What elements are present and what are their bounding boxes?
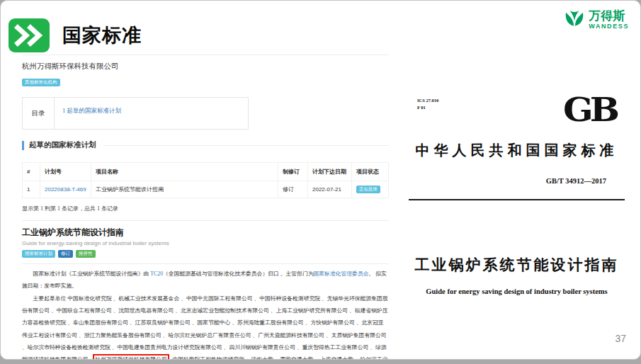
tag-recommended: 推荐性 (76, 250, 96, 258)
cell-revision: 修订 (278, 181, 308, 198)
slide: 国家标准 万得斯 WANDESS 杭州万得斯环保科技有限公司 其他标准化机构 目… (0, 0, 641, 360)
standard-description: 国家标准计划《工业锅炉系统节能设计指南》由 TC20（全国能源基础与管理标准化技… (22, 268, 389, 360)
standard-number: GB/T 34912—2017 (546, 177, 606, 185)
standard-detail-header: 工业锅炉系统节能设计指南 Guide for energy-saving des… (22, 227, 389, 264)
col-plan-no: 计划号 (40, 163, 91, 181)
standard-subtitle-en: Guide for energy-saving design of indust… (22, 240, 389, 246)
brand-logo: 万得斯 WANDESS (564, 8, 629, 32)
cover-doc-title: 工业锅炉系统节能设计指南 (399, 255, 635, 275)
tc20-link[interactable]: TC20 (150, 271, 163, 277)
plan-number-link[interactable]: 20220838-T-469 (45, 186, 86, 193)
toc-link[interactable]: 1 起草的国家标准计划 (62, 107, 121, 114)
col-revision: 制修订 (278, 163, 308, 181)
status-badge: 正在批准 (356, 186, 380, 193)
section-accent-bar (22, 141, 24, 150)
cover-title: 中华人民共和国国家标准 (399, 141, 635, 160)
section-title: 起草的国家标准计划 (29, 140, 96, 150)
gb-logo: GB (563, 90, 616, 129)
slide-page-number: 37 (615, 333, 626, 344)
sac-link[interactable]: 国家标准化管理委员会 (314, 271, 369, 277)
ics-code: ICS 27.010 F 01 (417, 97, 438, 111)
toc-box: 目录 1 起草的国家标准计划 (22, 97, 249, 130)
tag-national-plan: 国家标准计划 (22, 250, 55, 258)
cell-index: 1 (23, 181, 40, 198)
section-heading: 起草的国家标准计划 (22, 140, 389, 150)
wandess-leaf-icon (564, 8, 585, 32)
col-date: 计划下达日期 (308, 163, 352, 181)
col-project-name: 项目名称 (91, 163, 278, 181)
col-index: # (23, 163, 40, 181)
standard-tags: 国家标准计划 修订 推荐性 (22, 250, 389, 258)
paragraph-overview: 国家标准计划《工业锅炉系统节能设计指南》由 TC20（全国能源基础与管理标准化技… (22, 268, 389, 292)
highlight-company-redbox: 杭州万得斯环保科技有限公司 (95, 356, 166, 360)
section-rule (103, 145, 390, 146)
cover-doc-subtitle-en: Guide for energy saving design of indust… (399, 288, 635, 295)
table-header-row: # 计划号 项目名称 制修订 计划下达日期 项目状态 (23, 163, 389, 181)
cell-date: 2022-07-21 (308, 181, 352, 198)
col-status: 项目状态 (352, 163, 389, 181)
plans-table: # 计划号 项目名称 制修订 计划下达日期 项目状态 1 20220838-T-… (22, 162, 389, 198)
pagination-summary: 显示第 1 到第 1 条记录，总共 1 条记录 (22, 205, 389, 221)
company-name: 杭州万得斯环保科技有限公司 (22, 62, 389, 72)
cell-project-name: 工业锅炉系统节能设计指南 (91, 181, 278, 198)
toc-label: 目录 (23, 98, 55, 129)
brand-name-cn: 万得斯 (589, 10, 629, 22)
brand-name-en: WANDESS (589, 23, 629, 30)
standard-title: 工业锅炉系统节能设计指南 (22, 227, 389, 239)
paragraph-drafting-units: 主要起草单位 中国标准化研究院 、机械工业技术发展基金会 、中国中元国际工程有限… (22, 292, 389, 360)
gb-standard-cover: ICS 27.010 F 01 GB 中华人民共和国国家标准 GB/T 3491… (399, 80, 635, 358)
cover-divider (409, 199, 625, 200)
double-chevron-icon (8, 18, 50, 52)
table-row: 1 20220838-T-469 工业锅炉系统节能设计指南 修订 2022-07… (23, 181, 389, 198)
page-title: 国家标准 (62, 23, 142, 48)
tag-revision: 修订 (58, 250, 73, 258)
webpage-screenshot: 杭州万得斯环保科技有限公司 其他标准化机构 目录 1 起草的国家标准计划 起草的… (22, 55, 389, 360)
company-tag: 其他标准化机构 (22, 79, 60, 86)
